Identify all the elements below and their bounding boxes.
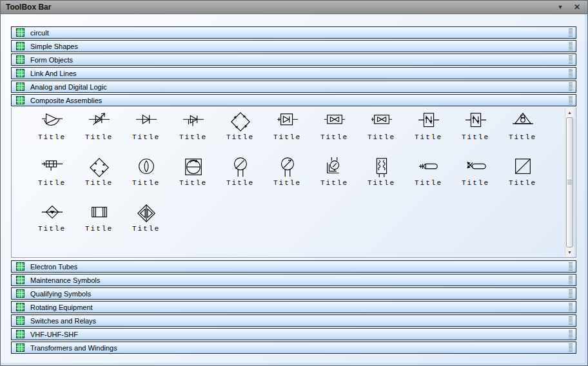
- grip-icon: [569, 303, 573, 311]
- scroll-down-button[interactable]: ▼: [565, 248, 574, 256]
- palette-item-label: Title: [132, 179, 160, 187]
- section-header-switches-and-relays[interactable]: Switches and Relays: [11, 314, 576, 327]
- grip-icon: [569, 330, 573, 338]
- section-header-transformers-and-windings[interactable]: Transformers and Windings: [11, 342, 576, 354]
- palette-item[interactable]: Title: [358, 111, 405, 157]
- section-header-composite-assemblies[interactable]: Composite Assemblies: [11, 94, 576, 106]
- section-header-analog-and-digital-logic[interactable]: Analog and Digital Logic: [11, 81, 576, 93]
- section-label: Simple Shapes: [30, 43, 78, 50]
- palette-grid-icon: [16, 303, 24, 311]
- section-header-qualifying-symbols[interactable]: Qualifying Symbols: [11, 287, 576, 300]
- palette-item[interactable]: Title: [170, 157, 217, 202]
- palette-item[interactable]: Title: [405, 111, 452, 157]
- palette-grid-icon: [16, 330, 24, 338]
- section-label: Composite Assemblies: [30, 97, 102, 104]
- palette-item-label: Title: [509, 179, 536, 187]
- palette-item-label: Title: [320, 133, 348, 141]
- collapse-button[interactable]: ▼: [555, 3, 565, 12]
- amplifier-box-icon: [277, 111, 299, 133]
- palette-item[interactable]: Title: [358, 157, 405, 202]
- palette-item[interactable]: Title: [217, 157, 264, 202]
- palette-item[interactable]: Title: [499, 157, 546, 202]
- palette-item-label: Title: [368, 133, 395, 141]
- grip-icon: [569, 262, 573, 271]
- chevron-down-icon: ▼: [558, 5, 564, 10]
- section-header-maintenance-symbols[interactable]: Maintenance Symbols: [11, 274, 576, 286]
- triangle-device-icon: [512, 111, 534, 133]
- grip-icon: [569, 28, 573, 37]
- grip-icon: [569, 55, 573, 64]
- section-label: Maintenance Symbols: [30, 276, 100, 284]
- grip-icon: [569, 96, 573, 104]
- palette-grid-icon: [16, 262, 24, 271]
- palette-item-label: Title: [38, 225, 66, 233]
- close-button[interactable]: ✕: [572, 3, 582, 12]
- diode-triac-icon: [182, 111, 204, 133]
- diode-icon: [135, 111, 157, 133]
- palette-grid-icon: [16, 289, 24, 298]
- palette-grid-icon: [16, 276, 24, 284]
- composite-assemblies-panel: Title Title Title Title Title Title Titl…: [11, 108, 576, 258]
- palette-item[interactable]: Title: [311, 157, 358, 202]
- section-header-vhf-uhf-shf[interactable]: VHF-UHF-SHF: [11, 328, 576, 340]
- palette-item-label: Title: [85, 133, 113, 141]
- section-header-simple-shapes[interactable]: Simple Shapes: [11, 40, 576, 52]
- phase-shifter-box-variant-icon: [465, 111, 487, 133]
- scrollbar-track[interactable]: [565, 117, 574, 248]
- section-label: Rotating Equipment: [30, 303, 93, 311]
- toolbox-window: ToolBox Bar ▼ ✕ circult Simple Shapes Fo…: [0, 0, 588, 366]
- palette-grid-icon: [16, 96, 24, 104]
- palette-grid-icon: [16, 316, 24, 325]
- section-label: Analog and Digital Logic: [30, 83, 107, 91]
- section-header-electron-tubes[interactable]: Electron Tubes: [11, 260, 576, 273]
- panel-scrollbar[interactable]: ▲ ▼: [565, 108, 574, 256]
- section-header-form-objects[interactable]: Form Objects: [11, 53, 576, 66]
- palette-item-label: Title: [273, 179, 301, 187]
- palette-item[interactable]: Title: [452, 157, 499, 202]
- palette-item[interactable]: Title: [170, 111, 217, 157]
- palette-item[interactable]: Title: [499, 111, 546, 157]
- palette-item-label: Title: [132, 225, 160, 233]
- section-header-link-and-lines[interactable]: Link And Lines: [11, 67, 576, 79]
- section-header-rotating-equipment[interactable]: Rotating Equipment: [11, 301, 576, 313]
- palette-item[interactable]: Title: [405, 157, 452, 202]
- palette-item[interactable]: Title: [28, 111, 75, 157]
- palette-item-label: Title: [226, 133, 254, 141]
- palette-grid-icon: [16, 55, 24, 64]
- scroll-up-button[interactable]: ▲: [565, 108, 574, 117]
- palette-item[interactable]: Title: [452, 111, 499, 157]
- palette-item[interactable]: Title: [28, 157, 75, 202]
- palette-item-label: Title: [320, 179, 348, 187]
- title-bar[interactable]: ToolBox Bar ▼ ✕: [1, 1, 587, 14]
- cable-assembly-icon: [418, 157, 440, 178]
- palette-item-label: Title: [509, 133, 536, 141]
- section-header-circult[interactable]: circult: [11, 26, 576, 39]
- palette-item-label: Title: [132, 133, 160, 141]
- meter-icon: [182, 157, 204, 178]
- section-label: circult: [30, 29, 49, 37]
- palette-item[interactable]: Title: [264, 157, 311, 202]
- palette-item[interactable]: Title: [75, 202, 122, 248]
- palette-item[interactable]: Title: [28, 202, 75, 248]
- thumb-grip-icon: [567, 180, 572, 185]
- grip-icon: [569, 69, 573, 77]
- palette-item[interactable]: Title: [75, 157, 122, 202]
- palette-item[interactable]: Title: [75, 111, 122, 157]
- section-label: Switches and Relays: [30, 317, 96, 325]
- palette-item-label: Title: [273, 133, 301, 141]
- palette-grid-icon: [16, 69, 24, 77]
- palette-item[interactable]: Title: [122, 157, 170, 202]
- palette-item[interactable]: Title: [311, 111, 358, 157]
- palette-item[interactable]: Title: [122, 202, 170, 248]
- palette-item[interactable]: Title: [217, 111, 264, 157]
- grip-icon: [569, 343, 573, 352]
- section-label: Electron Tubes: [30, 263, 77, 271]
- palette-item-label: Title: [179, 179, 207, 187]
- palette-item[interactable]: Title: [264, 111, 311, 157]
- mixer-diamond-arrows-icon: [88, 157, 110, 178]
- palette-item[interactable]: Title: [122, 111, 170, 157]
- scrollbar-thumb[interactable]: [566, 117, 573, 247]
- varistor-icon: [277, 157, 299, 178]
- crystal-unit-icon: [371, 157, 393, 178]
- cable-termination-icon: [465, 157, 487, 178]
